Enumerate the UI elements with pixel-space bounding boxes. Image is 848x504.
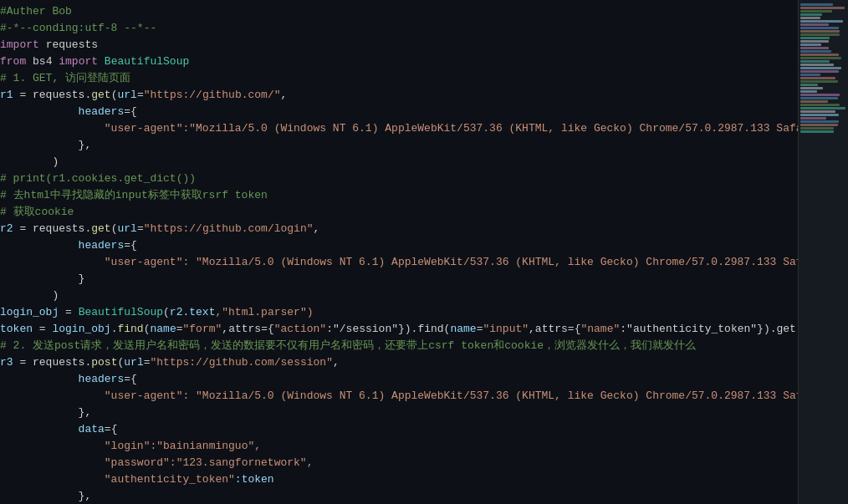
token: r2.text [170, 306, 216, 318]
token: # print(r1.cookies.get_dict()) [0, 172, 196, 185]
line-14: r2 = requests.get(url="https://github.co… [0, 221, 848, 237]
line-28: "password":"123.sangfornetwork", [0, 455, 848, 471]
token: :"Mozilla/5.0 (Windows NT 6.1) AppleWebK… [182, 122, 848, 135]
token: }, [0, 139, 91, 151]
line-content-23: headers={ [0, 371, 841, 388]
token: from [0, 55, 26, 68]
token: #-*--conding:utf-8 --*-- [0, 22, 156, 34]
line-content-19: login_obj = BeautifulSoup(r2.text,"html.… [0, 304, 841, 321]
code-editor[interactable]: #Auther Bob#-*--conding:utf-8 --*--impor… [0, 0, 848, 504]
line-content-22: r3 = requests.post(url="https://github.c… [0, 354, 841, 371]
line-20: token = login_obj.find(name="form",attrs… [0, 321, 848, 338]
token: BeautifulSoup [105, 55, 189, 68]
token: "https://github.com/" [144, 89, 281, 101]
line-16: "user-agent": "Mozilla/5.0 (Windows NT 6… [0, 254, 848, 271]
line-content-1: #Auther Bob [0, 3, 841, 20]
line-content-27: "login":"bainianminguo", [0, 438, 841, 455]
token [39, 38, 46, 51]
token: login_obj [52, 323, 110, 335]
token: # 获取cookie [0, 206, 74, 218]
token: # 去html中寻找隐藏的input标签中获取rsrf token [0, 189, 268, 201]
token: BeautifulSoup [79, 306, 163, 318]
line-content-24: "user-agent": "Mozilla/5.0 (Windows NT 6… [0, 388, 841, 405]
token [26, 55, 33, 68]
line-content-7: headers={ [0, 104, 841, 120]
token: = [144, 356, 151, 369]
line-11: # print(r1.cookies.get_dict()) [0, 171, 848, 187]
token: r1 [0, 89, 13, 101]
line-21: # 2. 发送post请求，发送用户名和密码，发送的数据要不仅有用户名和密码，还… [0, 338, 848, 354]
token: }, [0, 406, 91, 419]
token: get [91, 222, 110, 235]
line-content-11: # print(r1.cookies.get_dict()) [0, 171, 841, 187]
line-content-12: # 去html中寻找隐藏的input标签中获取rsrf token [0, 187, 841, 204]
token: post [91, 356, 117, 369]
line-content-30: }, [0, 488, 841, 504]
token: get [91, 89, 110, 101]
line-content-3: import requests [0, 37, 841, 53]
token: }, [0, 490, 91, 502]
line-content-20: token = login_obj.find(name="form",attrs… [0, 321, 848, 338]
token: , [281, 89, 288, 101]
token: :"/session"}).find( [326, 323, 450, 335]
token: #Auther Bob [0, 5, 72, 18]
line-content-5: # 1. GET, 访问登陆页面 [0, 70, 841, 87]
line-content-29: "authenticity_token":token [0, 471, 841, 488]
line-12: # 去html中寻找隐藏的input标签中获取rsrf token [0, 187, 848, 204]
token: = [176, 323, 183, 335]
token: ={ [124, 239, 137, 252]
line-19: login_obj = BeautifulSoup(r2.text,"html.… [0, 304, 848, 321]
token: data [0, 423, 105, 435]
line-content-15: headers={ [0, 237, 841, 254]
token: url [117, 222, 136, 235]
token: :"123.sangfornetwork", [170, 456, 314, 469]
token: : "Mozilla/5.0 (Windows NT 6.1) AppleWeb… [182, 389, 822, 402]
token: ,"html.parser") [215, 306, 313, 318]
token: = [13, 222, 33, 235]
line-5: # 1. GET, 访问登陆页面 [0, 70, 848, 87]
line-content-25: }, [0, 405, 841, 421]
line-content-28: "password":"123.sangfornetwork", [0, 455, 841, 471]
token: r2 [0, 222, 13, 235]
line-2: #-*--conding:utf-8 --*-- [0, 20, 848, 37]
token: url [117, 89, 136, 101]
token: requests [33, 222, 84, 235]
token: "user-agent" [0, 122, 182, 135]
token: ) [0, 155, 59, 168]
token: , [333, 356, 340, 369]
token: = [13, 89, 33, 101]
line-13: # 获取cookie [0, 204, 848, 221]
line-content-21: # 2. 发送post请求，发送用户名和密码，发送的数据要不仅有用户名和密码，还… [0, 338, 841, 354]
minimap [798, 0, 848, 504]
line-18: ) [0, 288, 848, 304]
token: :token [235, 473, 274, 486]
line-30: }, [0, 488, 848, 504]
line-26: data={ [0, 421, 848, 438]
line-content-2: #-*--conding:utf-8 --*-- [0, 20, 841, 37]
token: = [13, 356, 33, 369]
token: ={ [124, 373, 137, 385]
token: login_obj [0, 306, 59, 318]
line-content-16: "user-agent": "Mozilla/5.0 (Windows NT 6… [0, 254, 841, 271]
line-17: } [0, 271, 848, 288]
token: ( [163, 306, 170, 318]
token: "password" [0, 456, 170, 469]
line-6: r1 = requests.get(url="https://github.co… [0, 87, 848, 104]
line-content-4: from bs4 import BeautifulSoup [0, 53, 841, 70]
token: = [33, 323, 52, 335]
line-content-9: }, [0, 137, 841, 154]
line-content-10: ) [0, 154, 841, 171]
line-4: from bs4 import BeautifulSoup [0, 53, 848, 70]
line-10: ) [0, 154, 848, 171]
token: requests [46, 38, 98, 51]
token: "name" [580, 323, 620, 335]
token: r3 [0, 356, 13, 369]
token: } [0, 272, 84, 285]
line-29: "authenticity_token":token [0, 471, 848, 488]
token: ={ [124, 105, 137, 118]
line-1: #Auther Bob [0, 3, 848, 20]
token: "user-agent" [0, 389, 182, 402]
line-content-17: } [0, 271, 841, 288]
token: = [137, 222, 144, 235]
token: : "Mozilla/5.0 (Windows NT 6.1) AppleWeb… [182, 256, 822, 268]
